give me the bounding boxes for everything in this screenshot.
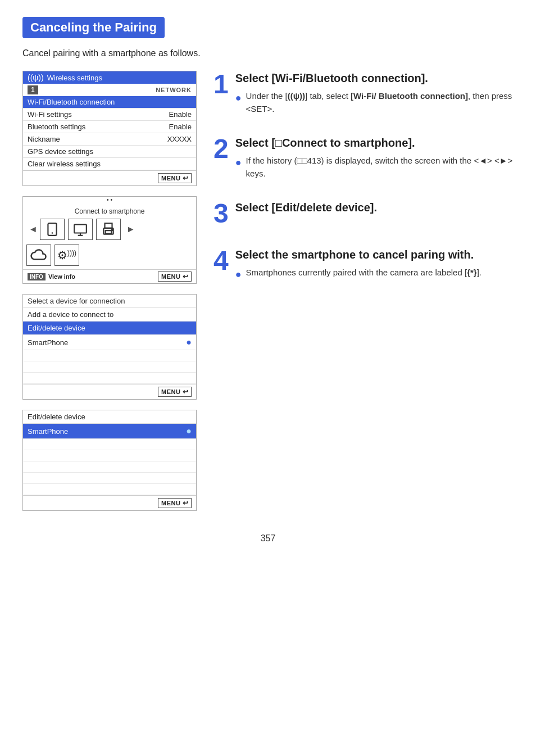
step2-bullet: ● If the history (□□413) is displayed, s… [235, 155, 514, 180]
edit-delete-row[interactable]: Edit/delete device [23, 322, 196, 335]
edit-bt-icon: ● [186, 426, 192, 436]
add-device-label: Add a device to connect to [28, 310, 113, 319]
wifi-bluetooth-row[interactable]: Wi-Fi/Bluetooth connection [23, 96, 196, 108]
panel1-header: ((ψ)) Wireless settings [23, 71, 196, 84]
info-tag: INFO [28, 273, 46, 280]
sel-header: Select a device for connection [23, 295, 196, 308]
svg-point-8 [111, 229, 112, 230]
conn-header: Connect to smartphone [23, 204, 196, 216]
step4-bullet: ● Smartphones currently paired with the … [235, 266, 482, 282]
step4-title: Select the smartphone to cancel paring w… [235, 247, 482, 262]
empty-row-1 [23, 350, 196, 361]
smartphone-label: SmartPhone [28, 338, 68, 347]
page-title: Canceling the Pairing [22, 17, 165, 38]
step1-bullet: ● Under the [((ψ))] tab, select [Wi-Fi/ … [235, 90, 514, 115]
gps-row: GPS device settings [23, 146, 196, 158]
step4-num: 4 [214, 247, 229, 274]
svg-rect-5 [105, 223, 112, 228]
connect-smartphone-panel: • • Connect to smartphone ◄ [22, 196, 197, 284]
nickname-row: Nickname XXXXX [23, 133, 196, 146]
step2-num: 2 [214, 135, 229, 162]
edit-header: Edit/delete device [23, 410, 196, 424]
page-number: 357 [22, 533, 514, 544]
computer-icon-btn[interactable] [68, 219, 93, 240]
edit-empty-3 [23, 461, 196, 473]
paired-device-icon-btn[interactable]: ⚙)))) [54, 245, 79, 266]
svg-rect-2 [74, 224, 87, 233]
panel3-menu-btn[interactable]: MENU ↩ [158, 387, 192, 397]
back-arrow-icon: ↩ [183, 273, 189, 280]
paired-icon: ⚙ [57, 248, 67, 262]
edit-smartphone-label: SmartPhone [28, 427, 68, 436]
right-arrow-icon[interactable]: ► [124, 224, 138, 234]
panel2-menu-btn[interactable]: MENU ↩ [158, 271, 192, 282]
conn-icons-row: ◄ [23, 216, 196, 242]
network-label: NETWORK [156, 87, 192, 93]
bullet-dot: ● [235, 155, 242, 170]
step1-bullet-text: Under the [((ψ))] tab, select [Wi-Fi/ Bl… [246, 90, 514, 115]
tab-num: 1 [28, 85, 38, 94]
panel1-menu-btn[interactable]: MENU ↩ [158, 173, 192, 183]
smartphone-row[interactable]: SmartPhone ● [23, 335, 196, 350]
bullet-dot: ● [235, 90, 242, 106]
step1-content: Select [Wi-Fi/Bluetooth connection]. ● U… [235, 71, 514, 115]
step3-title: Select [Edit/delete device]. [235, 200, 377, 215]
nickname-label: Nickname [28, 135, 60, 143]
panel1-footer: MENU ↩ [23, 170, 196, 185]
empty-row-3 [23, 373, 196, 384]
step-2: 2 Select [□Connect to smartphone]. ● If … [214, 135, 514, 180]
wifi-settings-value: Enable [169, 110, 192, 119]
bluetooth-settings-label: Bluetooth settings [28, 123, 85, 131]
menu-label: MENU [161, 273, 180, 280]
bluetooth-settings-value: Enable [169, 123, 192, 131]
add-device-row[interactable]: Add a device to connect to [23, 308, 196, 322]
view-info-label: View info [48, 273, 75, 280]
panel4-menu-btn[interactable]: MENU ↩ [158, 498, 192, 508]
bluetooth-settings-row: Bluetooth settings Enable [23, 121, 196, 133]
smartphone-icon-btn[interactable] [40, 219, 65, 240]
sel-footer: MENU ↩ [23, 384, 196, 399]
step-4: 4 Select the smartphone to cancel paring… [214, 247, 514, 282]
edit-delete-label: Edit/delete device [28, 324, 85, 332]
step3-content: Select [Edit/delete device]. [235, 200, 377, 219]
step2-title: Select [□Connect to smartphone]. [235, 135, 514, 150]
conn-footer: INFO View info MENU ↩ [23, 269, 196, 283]
back-arrow-icon: ↩ [183, 174, 189, 182]
clear-wireless-row: Clear wireless settings [23, 158, 196, 170]
bullet-dot: ● [235, 267, 242, 282]
step-3: 3 Select [Edit/delete device]. [214, 200, 514, 227]
panel1-tab-row: 1 NETWORK [23, 84, 196, 96]
subtitle: Cancel pairing with a smartphone as foll… [22, 48, 514, 58]
cloud-icon-btn[interactable] [26, 245, 51, 266]
info-btn[interactable]: INFO View info [28, 273, 75, 280]
panel1-title: Wireless settings [47, 74, 102, 82]
wifi-settings-row: Wi-Fi settings Enable [23, 108, 196, 121]
wifi-settings-label: Wi-Fi settings [28, 110, 72, 119]
edit-empty-4 [23, 473, 196, 484]
nickname-value: XXXXX [167, 135, 192, 143]
step2-content: Select [□Connect to smartphone]. ● If th… [235, 135, 514, 180]
step4-bullet-text: Smartphones currently paired with the ca… [246, 266, 482, 279]
conn-bottom-row: ⚙)))) [23, 242, 196, 269]
wireless-settings-panel: ((ψ)) Wireless settings 1 NETWORK Wi-Fi/… [22, 71, 197, 186]
step1-num: 1 [214, 71, 229, 98]
conn-dots: • • [23, 197, 196, 203]
step2-bullet-text: If the history (□□413) is displayed, swi… [246, 155, 514, 180]
gps-label: GPS device settings [28, 147, 93, 156]
signal-icon: )))) [67, 249, 76, 257]
edit-empty-2 [23, 450, 196, 461]
menu-label: MENU [161, 500, 180, 506]
step3-num: 3 [214, 200, 229, 227]
edit-delete-panel: Edit/delete device SmartPhone ● MENU ↩ [22, 410, 197, 511]
edit-empty-5 [23, 484, 196, 495]
edit-footer: MENU ↩ [23, 495, 196, 510]
empty-row-2 [23, 361, 196, 373]
back-arrow-icon: ↩ [183, 388, 189, 396]
left-arrow-icon[interactable]: ◄ [26, 224, 40, 234]
edit-empty-1 [23, 439, 196, 450]
edit-smartphone-row[interactable]: SmartPhone ● [23, 424, 196, 439]
step4-content: Select the smartphone to cancel paring w… [235, 247, 482, 282]
select-device-panel: Select a device for connection Add a dev… [22, 294, 197, 400]
printer-icon-btn[interactable] [96, 219, 121, 240]
left-column: ((ψ)) Wireless settings 1 NETWORK Wi-Fi/… [22, 71, 197, 511]
